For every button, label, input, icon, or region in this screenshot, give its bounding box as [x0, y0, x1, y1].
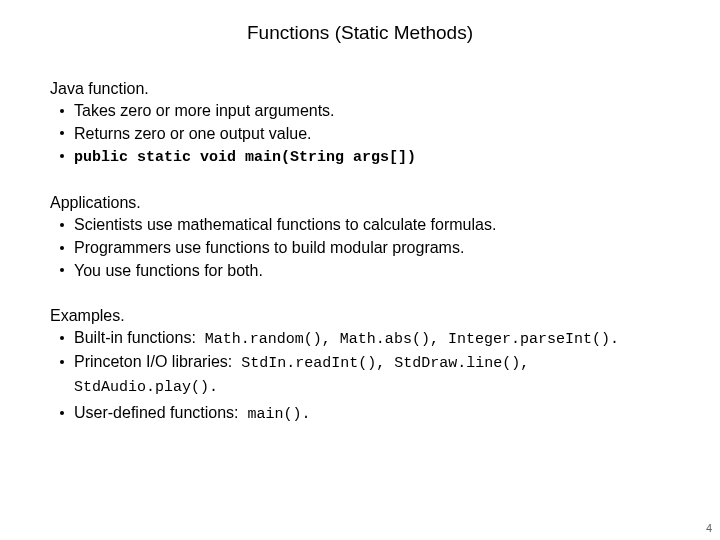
list-item: You use functions for both.: [74, 260, 670, 282]
code-text: public static void main(String args[]): [74, 149, 416, 166]
code-text: StdIn.readInt(), StdDraw.line(),: [232, 355, 529, 372]
code-text: main().: [239, 406, 311, 423]
list-item: Programmers use functions to build modul…: [74, 237, 670, 259]
heading-applications: Applications.: [50, 194, 670, 212]
list-examples-cont: User-defined functions: main().: [50, 402, 670, 425]
list-item: Built-in functions: Math.random(), Math.…: [74, 327, 670, 350]
page-number: 4: [706, 522, 712, 534]
section-examples: Examples. Built-in functions: Math.rando…: [50, 307, 670, 425]
item-label: User-defined functions:: [74, 404, 239, 421]
list-item: Takes zero or more input arguments.: [74, 100, 670, 122]
code-continuation: StdAudio.play().: [50, 379, 670, 396]
list-item: Princeton I/O libraries: StdIn.readInt()…: [74, 351, 670, 374]
heading-java-function: Java function.: [50, 80, 670, 98]
list-item: Scientists use mathematical functions to…: [74, 214, 670, 236]
list-applications: Scientists use mathematical functions to…: [50, 214, 670, 281]
list-examples: Built-in functions: Math.random(), Math.…: [50, 327, 670, 375]
section-java-function: Java function. Takes zero or more input …: [50, 80, 670, 168]
item-label: Princeton I/O libraries:: [74, 353, 232, 370]
section-applications: Applications. Scientists use mathematica…: [50, 194, 670, 281]
heading-examples: Examples.: [50, 307, 670, 325]
code-text: Math.random(), Math.abs(), Integer.parse…: [196, 331, 619, 348]
list-item: Returns zero or one output value.: [74, 123, 670, 145]
slide-title: Functions (Static Methods): [50, 22, 670, 44]
list-item: User-defined functions: main().: [74, 402, 670, 425]
list-java-function: Takes zero or more input arguments. Retu…: [50, 100, 670, 168]
list-item: public static void main(String args[]): [74, 145, 670, 168]
item-label: Built-in functions:: [74, 329, 196, 346]
